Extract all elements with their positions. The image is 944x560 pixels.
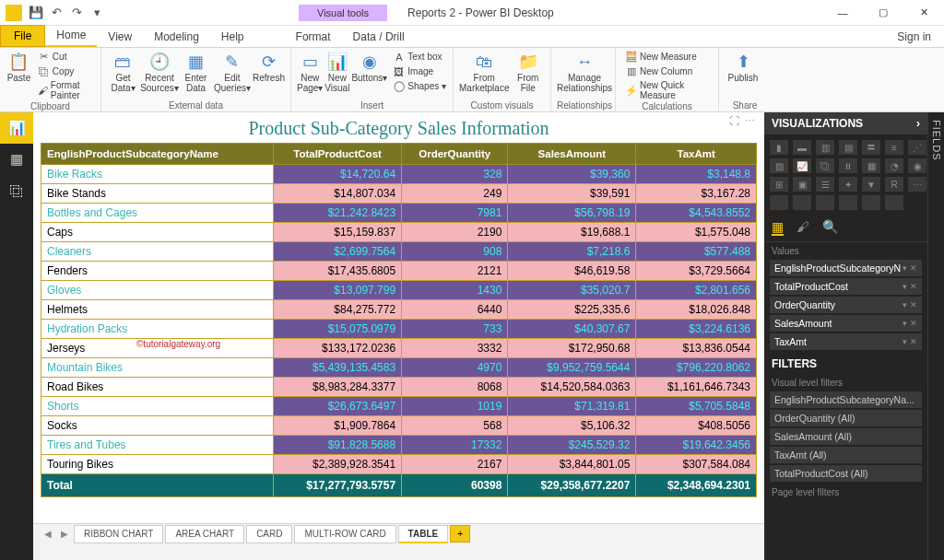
viz-type-icon[interactable]: ☰ [816, 177, 834, 192]
sign-in-link[interactable]: Sign in [884, 27, 944, 47]
column-header[interactable]: EnglishProductSubcategoryName [41, 144, 274, 165]
filter-item[interactable]: EnglishProductSubcategoryNa... [770, 391, 922, 408]
viz-type-icon[interactable]: R [885, 177, 903, 192]
viz-type-icon[interactable]: ▤ [839, 140, 857, 155]
viz-type-icon[interactable]: ⏸ [839, 158, 857, 173]
viz-type-icon[interactable]: ◉ [908, 158, 926, 173]
table-row[interactable]: Gloves$13,097.7991430$35,020.7$2,801.656 [41, 281, 757, 300]
viz-type-icon[interactable]: 📈 [793, 158, 811, 173]
page-tab[interactable]: MULTI-ROW CARD [294, 525, 395, 543]
field-well-item[interactable]: SalesAmount▾ ✕ [770, 315, 922, 332]
fields-well-tab-icon[interactable]: ▦ [772, 219, 784, 236]
table-row[interactable]: Bike Stands$14,807.034249$39,591$3,167.2… [41, 184, 757, 204]
enter-data-button[interactable]: ▦Enter Data [180, 50, 212, 95]
minimize-button[interactable]: — [822, 0, 863, 26]
viz-type-icon[interactable]: ▣ [793, 177, 811, 192]
image-button[interactable]: 🖼Image [391, 64, 448, 78]
visual-options-icon[interactable]: ⋯ [745, 115, 755, 127]
fields-pane-collapsed[interactable]: FIELDS [927, 112, 944, 560]
qat-dropdown-icon[interactable]: ▾ [87, 3, 107, 23]
table-row[interactable]: Caps$15,159.8372190$19,688.1$1,575.048 [41, 223, 757, 242]
new-visual-button[interactable]: 📊New Visual [324, 50, 349, 95]
table-row[interactable]: Road Bikes$8,983,284.33778068$14,520,584… [41, 378, 757, 397]
filter-item[interactable]: SalesAmount (All) [770, 428, 922, 445]
paste-button[interactable]: 📋Paste [6, 50, 32, 85]
tab-datadrill[interactable]: Data / Drill [342, 27, 416, 47]
column-header[interactable]: TaxAmt [636, 144, 757, 165]
table-row[interactable]: Helmets$84,275.7726440$225,335.6$18,026.… [41, 300, 757, 320]
tab-home[interactable]: Home [45, 25, 97, 47]
tab-format[interactable]: Format [285, 27, 342, 47]
viz-type-icon[interactable]: ✦ [839, 177, 857, 192]
table-row[interactable]: Mountain Bikes$5,439,135.45834970$9,952,… [41, 358, 757, 378]
page-tab[interactable]: TABLE [398, 525, 449, 543]
undo-icon[interactable]: ↶ [46, 3, 66, 23]
viz-type-icon[interactable]: ⊞ [770, 177, 788, 192]
get-data-button[interactable]: 🗃Get Data▾ [107, 50, 139, 95]
table-row[interactable]: Shorts$26,673.64971019$71,319.81$5,705.5… [41, 397, 757, 416]
refresh-button[interactable]: ⟳Refresh [253, 50, 285, 85]
viz-type-icon[interactable]: ⿻ [816, 158, 834, 173]
viz-type-icon[interactable] [862, 195, 880, 210]
focus-mode-icon[interactable]: ⛶ [729, 115, 739, 127]
filter-item[interactable]: TotalProductCost (All) [770, 465, 922, 482]
edit-queries-button[interactable]: ✎Edit Queries▾ [214, 50, 251, 95]
from-file-button[interactable]: 📁From File [511, 50, 545, 95]
field-well-item[interactable]: TotalProductCost▾ ✕ [770, 278, 922, 295]
viz-type-icon[interactable]: ▦ [862, 158, 880, 173]
viz-type-icon[interactable] [839, 195, 857, 210]
field-well-item[interactable]: TaxAmt▾ ✕ [770, 333, 922, 350]
tab-file[interactable]: File [0, 25, 45, 47]
shapes-button[interactable]: ◯Shapes▾ [391, 79, 448, 93]
tab-modeling[interactable]: Modeling [143, 27, 210, 47]
page-tab[interactable]: CARD [246, 525, 292, 543]
new-column-button[interactable]: ▥New Column [623, 64, 711, 78]
viz-type-icon[interactable]: ⋯ [908, 177, 926, 192]
format-painter-button[interactable]: 🖌Format Painter [36, 79, 93, 101]
close-button[interactable]: ✕ [903, 0, 944, 26]
from-marketplace-button[interactable]: 🛍From Marketplace [459, 50, 509, 95]
viz-type-icon[interactable]: ◔ [885, 158, 903, 173]
buttons-button[interactable]: ◉Buttons▾ [351, 50, 387, 85]
field-well-item[interactable]: OrderQuantity▾ ✕ [770, 297, 922, 313]
table-row[interactable]: Bottles and Cages$21,242.84237981$56,798… [41, 204, 757, 223]
table-row[interactable]: Tires and Tubes$91,828.568817332$245,529… [41, 436, 757, 455]
table-row[interactable]: Bike Racks$14,720.64328$39,360$3,148.8 [41, 165, 757, 184]
save-icon[interactable]: 💾 [26, 3, 46, 23]
viz-type-icon[interactable] [885, 195, 903, 210]
table-row[interactable]: Socks$1,909.7864568$5,106.32$408.5056 [41, 416, 757, 436]
new-quick-measure-button[interactable]: ⚡New Quick Measure [623, 79, 711, 101]
manage-relationships-button[interactable]: ↔Manage Relationships [557, 50, 612, 95]
page-next-icon[interactable]: ▶ [57, 529, 72, 539]
viz-type-icon[interactable] [770, 195, 788, 210]
filter-item[interactable]: TaxAmt (All) [770, 447, 922, 463]
viz-type-icon[interactable]: ⋰ [908, 140, 926, 155]
viz-type-icon[interactable]: ▮ [770, 140, 788, 155]
column-header[interactable]: TotalProductCost [274, 144, 402, 165]
viz-type-icon[interactable] [816, 195, 834, 210]
page-tab[interactable]: RIBBON CHART [74, 525, 163, 543]
column-header[interactable]: SalesAmount [508, 144, 636, 165]
viz-type-icon[interactable] [793, 195, 811, 210]
publish-button[interactable]: ⬆Publish [725, 50, 761, 85]
model-view-icon[interactable]: ⿻ [0, 175, 33, 206]
viz-type-icon[interactable]: ▨ [770, 158, 788, 173]
viz-type-icon[interactable]: ▬ [793, 140, 811, 155]
table-row[interactable]: Fenders$17,435.68052121$46,619.58$3,729.… [41, 262, 757, 281]
collapse-icon[interactable]: › [916, 117, 920, 130]
tab-help[interactable]: Help [210, 27, 255, 47]
add-page-button[interactable]: + [450, 525, 470, 542]
analytics-tab-icon[interactable]: 🔍 [822, 219, 838, 236]
table-row[interactable]: Touring Bikes$2,389,928.35412167$3,844,8… [41, 455, 757, 474]
page-prev-icon[interactable]: ◀ [41, 529, 55, 539]
column-header[interactable]: OrderQuantity [402, 144, 508, 165]
copy-button[interactable]: ⿻Copy [36, 64, 93, 78]
field-well-item[interactable]: EnglishProductSubcategoryN▾ ✕ [770, 260, 922, 276]
table-row[interactable]: Hydration Packs$15,075.0979733$40,307.67… [41, 320, 757, 339]
page-tab[interactable]: AREA CHART [165, 525, 244, 543]
viz-type-icon[interactable]: 〓 [862, 140, 880, 155]
viz-type-icon[interactable]: ▥ [816, 140, 834, 155]
tab-view[interactable]: View [97, 27, 143, 47]
recent-sources-button[interactable]: 🕘Recent Sources▾ [141, 50, 178, 95]
cut-button[interactable]: ✂Cut [36, 50, 93, 64]
